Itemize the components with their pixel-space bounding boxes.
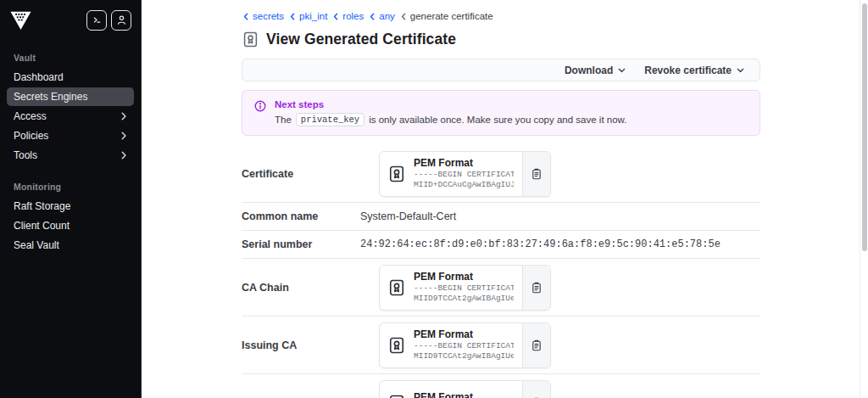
console-button[interactable] xyxy=(86,10,107,31)
row-label: CA Chain xyxy=(242,282,360,294)
breadcrumb-item-secrets: secrets xyxy=(243,11,284,21)
breadcrumb-current-label: generate certificate xyxy=(410,11,493,21)
sidebar-item-label: Client Count xyxy=(14,220,70,232)
sidebar-item-access[interactable]: Access xyxy=(7,107,134,126)
row-label: Common name xyxy=(242,210,360,222)
pem-line-1: -----BEGIN CERTIFICATE----- xyxy=(414,341,514,351)
breadcrumb-link[interactable]: any xyxy=(379,11,395,21)
common-name-value: System-Default-Cert xyxy=(360,210,456,222)
pem-format-label: PEM Format xyxy=(414,391,514,398)
pem-format-label: PEM Format xyxy=(414,157,514,169)
private-key-pem-card: PEM Format -----BEGIN RSA PRIVATE KEY---… xyxy=(379,380,551,398)
sidebar-item-secrets-engines[interactable]: Secrets Engines xyxy=(7,87,134,106)
chevron-right-icon xyxy=(120,112,127,121)
vertical-scrollbar xyxy=(860,0,868,398)
copy-issuing-ca-button[interactable] xyxy=(522,323,550,367)
toolbar: Download Revoke certificate xyxy=(242,59,760,81)
chevron-right-icon xyxy=(120,151,127,160)
chevron-down-icon xyxy=(618,68,626,73)
copy-ca-chain-button[interactable] xyxy=(522,266,550,310)
sidebar-item-label: Secrets Engines xyxy=(14,91,87,103)
sidebar-header xyxy=(7,8,134,31)
certificate-details: Certificate PEM Format -----BEGIN CERTIF… xyxy=(242,145,760,398)
pem-format-label: PEM Format xyxy=(414,271,514,283)
info-icon xyxy=(254,100,266,126)
copy-icon xyxy=(531,168,542,180)
sidebar-item-label: Policies xyxy=(14,130,48,142)
pem-line-2: MIID9TCCAt2gAwIBAgIUeZPkTi3wWuO… xyxy=(414,294,514,304)
pem-line-2: MIID+DCCAuCgAwIBAgIUJJJk7I/Z4L+… xyxy=(414,180,514,190)
download-button[interactable]: Download xyxy=(556,59,634,81)
sidebar-item-seal-vault[interactable]: Seal Vault xyxy=(7,236,134,255)
copy-private-key-button[interactable] xyxy=(522,381,550,398)
banner-text-after: is only available once. Make sure you co… xyxy=(369,115,626,125)
breadcrumb-chevron-icon xyxy=(370,13,375,20)
row-ca-chain: CA Chain PEM Format -----BEGIN CERTIFICA… xyxy=(242,259,760,317)
row-issuing-ca: Issuing CA PEM Format -----BEGIN CERTIFI… xyxy=(242,317,760,374)
copy-icon xyxy=(531,282,542,294)
row-label: Serial number xyxy=(242,238,360,250)
breadcrumb-item-any: any xyxy=(370,11,395,21)
sidebar-section-monitoring: Monitoring xyxy=(7,177,134,196)
breadcrumb-link[interactable]: pki_int xyxy=(299,11,327,21)
copy-icon xyxy=(531,339,542,351)
row-common-name: Common name System-Default-Cert xyxy=(242,203,760,231)
copy-certificate-button[interactable] xyxy=(522,152,550,196)
row-serial-number: Serial number 24:92:64:ec:8f:d9:e0:bf:83… xyxy=(242,231,760,259)
row-certificate: Certificate PEM Format -----BEGIN CERTIF… xyxy=(242,145,760,203)
issuing-ca-pem-card: PEM Format -----BEGIN CERTIFICATE----- M… xyxy=(379,322,551,368)
sidebar-item-label: Seal Vault xyxy=(14,239,59,251)
pem-line-1: -----BEGIN CERTIFICATE----- xyxy=(414,170,514,180)
chevron-right-icon xyxy=(120,132,127,140)
breadcrumb-item-pki-int: pki_int xyxy=(290,11,327,21)
sidebar: Vault Dashboard Secrets Engines Access P… xyxy=(0,0,142,398)
certificate-pem-card: PEM Format -----BEGIN CERTIFICATE----- M… xyxy=(379,151,551,197)
sidebar-section-vault: Vault xyxy=(7,48,134,67)
certificate-icon xyxy=(242,31,259,48)
revoke-certificate-button[interactable]: Revoke certificate xyxy=(636,59,753,81)
breadcrumb-item-roles: roles xyxy=(333,11,364,21)
certificate-icon xyxy=(388,337,405,354)
page-title: View Generated Certificate xyxy=(266,31,456,48)
main-content: secrets pki_int roles xyxy=(142,0,868,398)
terminal-icon xyxy=(92,14,103,25)
row-label: Certificate xyxy=(242,168,360,180)
revoke-certificate-button-label: Revoke certificate xyxy=(644,64,732,76)
sidebar-item-client-count[interactable]: Client Count xyxy=(7,216,134,235)
serial-number-value: 24:92:64:ec:8f:d9:e0:bf:83:27:49:6a:f8:e… xyxy=(360,238,721,250)
sidebar-item-policies[interactable]: Policies xyxy=(7,126,134,145)
breadcrumb: secrets pki_int roles xyxy=(243,11,760,21)
vault-logo-icon[interactable] xyxy=(9,8,32,31)
breadcrumb-current: generate certificate xyxy=(401,11,493,21)
banner-content: Next steps The private_key is only avail… xyxy=(275,99,626,126)
pem-line-2: MIID9TCCAt2gAwIBAgIUeZPkTi3wWuO… xyxy=(414,351,514,362)
user-menu-button[interactable] xyxy=(111,10,131,31)
download-button-label: Download xyxy=(565,64,613,76)
banner-body: The private_key is only available once. … xyxy=(275,113,626,126)
certificate-icon xyxy=(388,279,405,296)
sidebar-item-label: Dashboard xyxy=(14,71,64,83)
breadcrumb-chevron-icon xyxy=(333,13,338,20)
user-icon xyxy=(116,14,127,25)
sidebar-item-tools[interactable]: Tools xyxy=(7,146,134,165)
breadcrumb-link[interactable]: secrets xyxy=(253,11,284,21)
scrollbar-thumb[interactable] xyxy=(862,3,867,251)
breadcrumb-link[interactable]: roles xyxy=(342,11,364,21)
breadcrumb-chevron-icon xyxy=(290,13,295,20)
banner-text-before: The xyxy=(275,115,292,125)
certificate-icon xyxy=(388,395,405,398)
sidebar-item-label: Raft Storage xyxy=(14,200,70,212)
sidebar-item-label: Tools xyxy=(14,149,37,161)
sidebar-item-raft-storage[interactable]: Raft Storage xyxy=(7,197,134,216)
certificate-icon xyxy=(388,165,405,182)
row-private-key: Private key PEM Format -----BEGIN RSA PR… xyxy=(242,374,760,398)
sidebar-item-dashboard[interactable]: Dashboard xyxy=(7,68,134,87)
sidebar-nav: Vault Dashboard Secrets Engines Access P… xyxy=(7,48,134,255)
sidebar-header-actions xyxy=(86,10,131,31)
pem-line-1: -----BEGIN CERTIFICATE----- xyxy=(414,283,514,294)
row-label: Issuing CA xyxy=(242,339,360,351)
ca-chain-pem-card: PEM Format -----BEGIN CERTIFICATE----- M… xyxy=(379,265,551,311)
breadcrumb-chevron-icon xyxy=(243,13,248,20)
sidebar-item-label: Access xyxy=(14,110,47,122)
private-key-code-chip: private_key xyxy=(296,113,364,126)
